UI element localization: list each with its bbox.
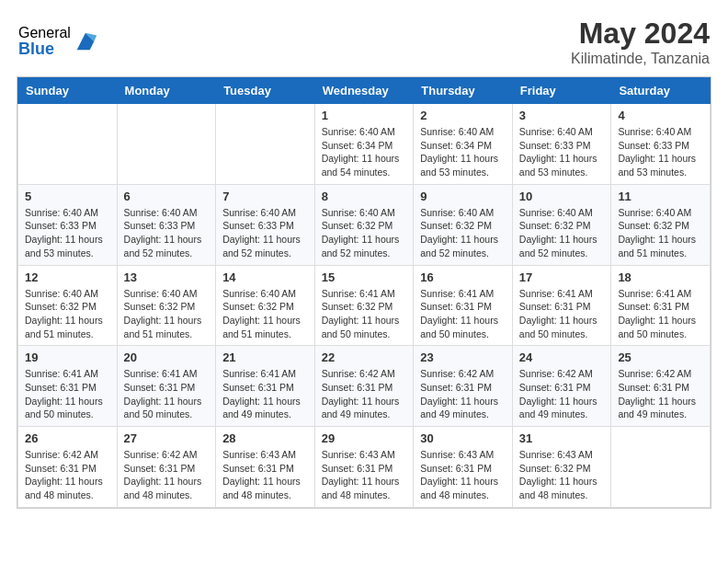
day-info: Sunrise: 6:43 AM Sunset: 6:31 PM Dayligh… [222,448,308,502]
col-saturday: Saturday [611,78,711,104]
calendar-cell [18,104,118,185]
day-number: 11 [618,190,703,203]
calendar-cell: 19Sunrise: 6:41 AM Sunset: 6:31 PM Dayli… [18,346,118,427]
calendar-cell: 23Sunrise: 6:42 AM Sunset: 6:31 PM Dayli… [414,346,513,427]
calendar-cell: 14Sunrise: 6:40 AM Sunset: 6:32 PM Dayli… [216,265,315,346]
calendar-cell: 20Sunrise: 6:41 AM Sunset: 6:31 PM Dayli… [117,346,216,427]
logo-icon [73,29,98,54]
calendar-cell: 16Sunrise: 6:41 AM Sunset: 6:31 PM Dayli… [414,265,513,346]
day-number: 6 [124,190,210,203]
day-info: Sunrise: 6:40 AM Sunset: 6:34 PM Dayligh… [420,125,506,179]
calendar-cell [216,104,315,185]
col-friday: Friday [512,78,611,104]
day-info: Sunrise: 6:40 AM Sunset: 6:34 PM Dayligh… [322,125,407,179]
calendar-cell: 22Sunrise: 6:42 AM Sunset: 6:31 PM Dayli… [314,346,414,427]
calendar-cell: 6Sunrise: 6:40 AM Sunset: 6:33 PM Daylig… [117,184,216,265]
calendar-cell: 25Sunrise: 6:42 AM Sunset: 6:31 PM Dayli… [611,346,711,427]
calendar-cell: 5Sunrise: 6:40 AM Sunset: 6:33 PM Daylig… [18,184,118,265]
calendar-cell: 13Sunrise: 6:40 AM Sunset: 6:32 PM Dayli… [117,265,216,346]
day-info: Sunrise: 6:41 AM Sunset: 6:31 PM Dayligh… [124,367,210,421]
day-number: 21 [222,350,308,364]
day-info: Sunrise: 6:43 AM Sunset: 6:32 PM Dayligh… [519,448,605,502]
month-title: May 2024 [571,17,710,51]
day-number: 22 [322,350,407,364]
calendar-week-2: 5Sunrise: 6:40 AM Sunset: 6:33 PM Daylig… [18,184,711,265]
day-number: 27 [124,431,210,445]
day-number: 23 [420,350,506,364]
calendar-cell: 30Sunrise: 6:43 AM Sunset: 6:31 PM Dayli… [414,427,513,508]
col-thursday: Thursday [414,78,513,104]
day-info: Sunrise: 6:41 AM Sunset: 6:31 PM Dayligh… [618,287,703,341]
calendar-cell: 4Sunrise: 6:40 AM Sunset: 6:33 PM Daylig… [611,104,711,185]
calendar-cell: 1Sunrise: 6:40 AM Sunset: 6:34 PM Daylig… [314,104,414,185]
day-number: 30 [420,431,506,445]
calendar-cell: 15Sunrise: 6:41 AM Sunset: 6:32 PM Dayli… [314,265,414,346]
day-info: Sunrise: 6:40 AM Sunset: 6:33 PM Dayligh… [222,206,308,260]
day-info: Sunrise: 6:40 AM Sunset: 6:32 PM Dayligh… [222,287,308,341]
day-info: Sunrise: 6:43 AM Sunset: 6:31 PM Dayligh… [420,448,506,502]
day-info: Sunrise: 6:42 AM Sunset: 6:31 PM Dayligh… [25,448,110,502]
calendar-cell [117,104,216,185]
calendar-week-1: 1Sunrise: 6:40 AM Sunset: 6:34 PM Daylig… [18,104,711,185]
day-number: 9 [420,190,506,203]
day-info: Sunrise: 6:42 AM Sunset: 6:31 PM Dayligh… [420,367,506,421]
day-info: Sunrise: 6:40 AM Sunset: 6:33 PM Dayligh… [124,206,210,260]
calendar-week-5: 26Sunrise: 6:42 AM Sunset: 6:31 PM Dayli… [18,427,711,508]
calendar-cell: 8Sunrise: 6:40 AM Sunset: 6:32 PM Daylig… [314,184,414,265]
calendar-table: Sunday Monday Tuesday Wednesday Thursday… [17,77,711,508]
calendar-cell: 18Sunrise: 6:41 AM Sunset: 6:31 PM Dayli… [611,265,711,346]
day-number: 29 [322,431,407,445]
calendar-cell: 7Sunrise: 6:40 AM Sunset: 6:33 PM Daylig… [216,184,315,265]
col-monday: Monday [117,78,216,104]
logo: General Blue [18,25,98,59]
day-number: 26 [25,431,110,445]
day-number: 1 [322,109,407,122]
col-tuesday: Tuesday [216,78,315,104]
day-number: 2 [420,109,506,122]
day-info: Sunrise: 6:40 AM Sunset: 6:33 PM Dayligh… [25,206,110,260]
day-info: Sunrise: 6:41 AM Sunset: 6:31 PM Dayligh… [25,367,110,421]
calendar-cell: 27Sunrise: 6:42 AM Sunset: 6:31 PM Dayli… [117,427,216,508]
calendar-cell: 11Sunrise: 6:40 AM Sunset: 6:32 PM Dayli… [611,184,711,265]
calendar-week-3: 12Sunrise: 6:40 AM Sunset: 6:32 PM Dayli… [18,265,711,346]
day-number: 12 [25,270,110,284]
calendar-cell: 29Sunrise: 6:43 AM Sunset: 6:31 PM Dayli… [314,427,414,508]
logo-text: General Blue [18,25,71,59]
day-number: 7 [222,190,308,203]
day-info: Sunrise: 6:41 AM Sunset: 6:31 PM Dayligh… [420,287,506,341]
day-info: Sunrise: 6:41 AM Sunset: 6:31 PM Dayligh… [222,367,308,421]
day-number: 8 [322,190,407,203]
calendar-cell: 3Sunrise: 6:40 AM Sunset: 6:33 PM Daylig… [512,104,611,185]
col-sunday: Sunday [18,78,118,104]
day-info: Sunrise: 6:42 AM Sunset: 6:31 PM Dayligh… [322,367,407,421]
day-number: 14 [222,270,308,284]
col-wednesday: Wednesday [314,78,414,104]
day-number: 15 [322,270,407,284]
day-number: 3 [519,109,605,122]
day-info: Sunrise: 6:41 AM Sunset: 6:32 PM Dayligh… [322,287,407,341]
calendar-cell [611,427,711,508]
calendar-cell: 28Sunrise: 6:43 AM Sunset: 6:31 PM Dayli… [216,427,315,508]
title-area: May 2024 Kilimatinde, Tanzania [571,17,710,67]
day-number: 20 [124,350,210,364]
day-number: 16 [420,270,506,284]
calendar-cell: 9Sunrise: 6:40 AM Sunset: 6:32 PM Daylig… [414,184,513,265]
day-info: Sunrise: 6:41 AM Sunset: 6:31 PM Dayligh… [519,287,605,341]
day-number: 18 [618,270,703,284]
calendar-container: Sunday Monday Tuesday Wednesday Thursday… [17,76,711,509]
day-info: Sunrise: 6:40 AM Sunset: 6:32 PM Dayligh… [124,287,210,341]
day-info: Sunrise: 6:42 AM Sunset: 6:31 PM Dayligh… [618,367,703,421]
day-number: 13 [124,270,210,284]
day-number: 17 [519,270,605,284]
calendar-cell: 17Sunrise: 6:41 AM Sunset: 6:31 PM Dayli… [512,265,611,346]
calendar-cell: 10Sunrise: 6:40 AM Sunset: 6:32 PM Dayli… [512,184,611,265]
day-number: 28 [222,431,308,445]
calendar-cell: 2Sunrise: 6:40 AM Sunset: 6:34 PM Daylig… [414,104,513,185]
day-info: Sunrise: 6:40 AM Sunset: 6:32 PM Dayligh… [322,206,407,260]
day-number: 4 [618,109,703,122]
day-info: Sunrise: 6:40 AM Sunset: 6:32 PM Dayligh… [420,206,506,260]
logo-blue: Blue [18,40,71,59]
day-info: Sunrise: 6:40 AM Sunset: 6:33 PM Dayligh… [519,125,605,179]
day-info: Sunrise: 6:43 AM Sunset: 6:31 PM Dayligh… [322,448,407,502]
day-number: 24 [519,350,605,364]
